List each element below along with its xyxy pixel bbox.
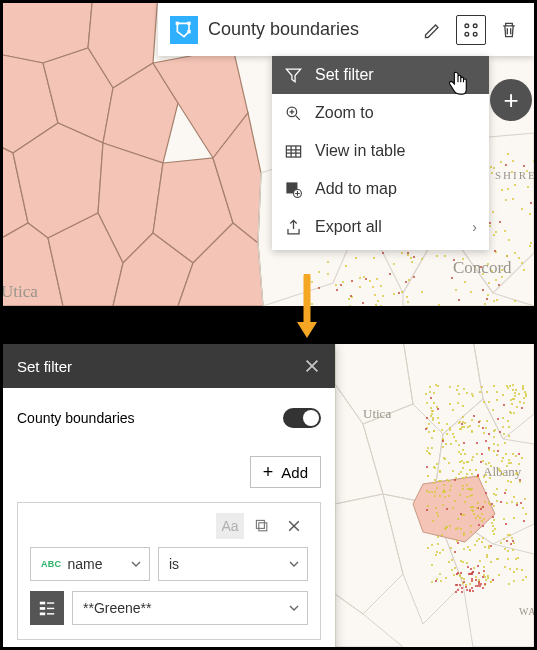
arrow-down-icon [294, 274, 320, 342]
menu-item-set-filter[interactable]: Set filter [272, 56, 489, 94]
dialog-title: Set filter [17, 358, 72, 375]
value-text: **Greene** [83, 600, 152, 616]
filter-enable-toggle[interactable] [283, 408, 321, 428]
layer-geometry-icon [170, 16, 198, 44]
map-label-utica-2: Utica [363, 406, 391, 422]
menu-label: Zoom to [315, 104, 374, 122]
svg-marker-40 [413, 476, 495, 542]
svg-point-22 [465, 24, 469, 28]
menu-item-add-to-map[interactable]: Add to map [272, 170, 489, 208]
string-type-icon: ABC [41, 559, 61, 569]
remove-clause-icon[interactable] [280, 513, 308, 539]
svg-rect-41 [259, 523, 267, 531]
svg-rect-43 [40, 602, 45, 605]
svg-rect-21 [187, 30, 190, 33]
layer-context-menu: Set filter Zoom to View in table Add to … [272, 56, 489, 250]
value-select[interactable]: **Greene** [72, 591, 308, 625]
field-value: name [67, 556, 102, 572]
menu-item-view-table[interactable]: View in table [272, 132, 489, 170]
menu-item-zoom-to[interactable]: Zoom to [272, 94, 489, 132]
edit-pencil-icon[interactable] [418, 15, 448, 45]
set-filter-dialog: Set filter County boundaries + Add Aa [3, 344, 335, 647]
map-label-concord: Concord [453, 258, 512, 278]
dialog-header: Set filter [3, 344, 335, 388]
duplicate-clause-icon[interactable] [248, 513, 276, 539]
menu-item-export-all[interactable]: Export all › [272, 208, 489, 246]
add-label: Add [281, 464, 308, 481]
chevron-down-icon [131, 556, 141, 572]
svg-marker-31 [403, 344, 483, 434]
filter-layer-name: County boundaries [17, 410, 135, 426]
svg-point-25 [473, 32, 477, 36]
map-label-utica: Utica [3, 282, 38, 302]
svg-rect-45 [40, 613, 45, 616]
map-label-wa: WA [519, 606, 534, 617]
menu-label: Add to map [315, 180, 397, 198]
bottom-map-scene: Utica Albany WA Set filter County bounda… [3, 344, 534, 647]
svg-marker-33 [335, 384, 383, 504]
top-map-scene: /* noop placeholder — actual dots below … [3, 3, 534, 306]
svg-rect-27 [286, 145, 300, 156]
field-select[interactable]: ABC name [30, 547, 150, 581]
close-icon[interactable] [303, 357, 321, 375]
chevron-down-icon [289, 556, 299, 572]
operator-value: is [169, 556, 179, 572]
filter-clause: Aa ABC name is [17, 502, 321, 640]
menu-label: View in table [315, 142, 405, 160]
svg-rect-19 [176, 21, 179, 24]
add-clause-button[interactable]: + Add [250, 456, 321, 488]
layer-options-icon[interactable] [456, 15, 486, 45]
svg-marker-32 [473, 344, 534, 439]
round-add-button[interactable]: + [490, 79, 532, 121]
map-label-shire: SHIRE [495, 169, 534, 181]
svg-marker-36 [335, 494, 403, 614]
map-label-albany: Albany [483, 464, 521, 480]
chevron-right-icon: › [472, 219, 477, 235]
trash-icon[interactable] [494, 15, 524, 45]
layer-title: County boundaries [208, 19, 408, 40]
operator-select[interactable]: is [158, 547, 308, 581]
plus-icon: + [263, 463, 274, 481]
svg-point-23 [473, 24, 477, 28]
menu-label: Export all [315, 218, 382, 236]
case-sensitive-toggle[interactable]: Aa [216, 513, 244, 539]
chevron-down-icon [289, 600, 299, 616]
value-source-button[interactable] [30, 591, 64, 625]
svg-marker-39 [335, 594, 403, 647]
svg-rect-42 [256, 520, 264, 528]
svg-point-24 [465, 32, 469, 36]
layer-card: County boundaries [158, 3, 534, 56]
svg-rect-20 [187, 21, 190, 24]
menu-label: Set filter [315, 66, 374, 84]
svg-rect-44 [40, 607, 45, 610]
